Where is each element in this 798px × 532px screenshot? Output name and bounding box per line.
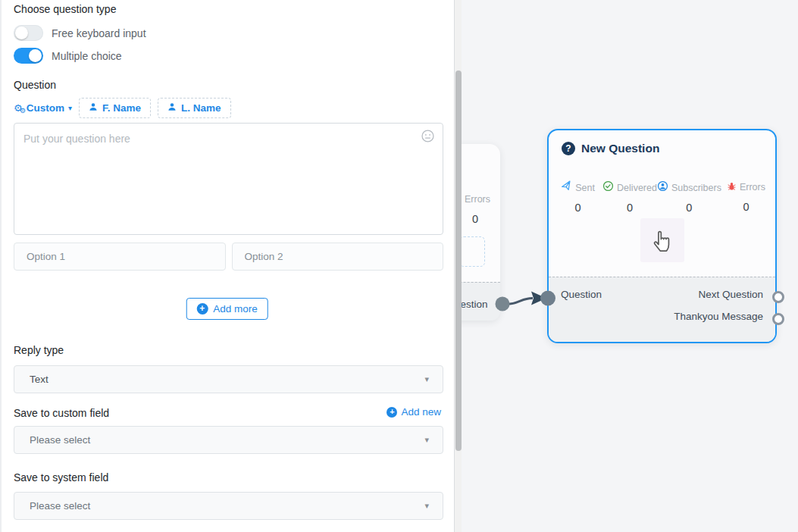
reply-type-select[interactable]: Text ▾ — [14, 365, 443, 393]
stat-sent: Sent 0 — [553, 180, 602, 214]
output-port-next-question[interactable] — [772, 291, 784, 303]
partial-node-errors-label: Errors — [465, 194, 490, 205]
subscribers-icon — [657, 180, 668, 195]
question-type-label: Choose question type — [14, 3, 116, 15]
save-system-field-select[interactable]: Please select ▾ — [14, 492, 443, 520]
panel-scrollbar[interactable] — [455, 0, 462, 532]
toggle-knob — [29, 49, 42, 62]
caret-down-icon: ▾ — [424, 374, 429, 384]
question-text-field-wrap — [14, 123, 443, 235]
first-name-merge-button[interactable]: F. Name — [79, 98, 151, 118]
partial-node-option-placeholder — [459, 236, 485, 267]
reply-type-label: Reply type — [14, 344, 64, 356]
node-title: New Question — [581, 142, 659, 155]
add-more-button[interactable]: + Add more — [186, 298, 268, 320]
save-custom-field-label: Save to custom field — [14, 407, 109, 419]
last-name-button-label: L. Name — [181, 102, 221, 114]
node-footer: Question Next Question Thankyou Message — [549, 277, 775, 342]
stat-sent-value: 0 — [575, 202, 581, 214]
add-new-label: Add new — [401, 406, 441, 418]
stat-delivered-value: 0 — [627, 202, 633, 214]
free-keyboard-toggle-row: Free keyboard input — [14, 25, 146, 41]
caret-down-icon: ▾ — [68, 104, 72, 112]
question-circle-icon: ? — [562, 142, 575, 155]
flow-builder-screen: Errors 0 uestion ? New Question — [0, 0, 798, 532]
gears-icon: ⚙⚙ — [14, 103, 23, 113]
input-port-label: Question — [561, 289, 602, 300]
user-icon — [167, 102, 177, 114]
question-text-input[interactable] — [14, 124, 443, 234]
multiple-choice-toggle-label: Multiple choice — [52, 50, 122, 62]
new-question-node[interactable]: ? New Question Sent 0 — [547, 129, 777, 343]
question-section-label: Question — [14, 79, 56, 91]
stat-delivered-label: Delivered — [617, 183, 657, 193]
plus-circle-icon: + — [386, 407, 397, 418]
multiple-choice-toggle-row: Multiple choice — [14, 48, 122, 64]
custom-button-label: Custom — [27, 102, 64, 114]
last-name-merge-button[interactable]: L. Name — [158, 98, 231, 118]
toggle-knob — [15, 27, 28, 39]
node-header: ? New Question — [562, 142, 659, 155]
plus-circle-icon: + — [196, 303, 208, 315]
answer-options-row — [14, 243, 443, 271]
bug-icon — [727, 180, 737, 194]
stat-subscribers-value: 0 — [686, 202, 692, 214]
first-name-button-label: F. Name — [102, 102, 141, 114]
multiple-choice-toggle[interactable] — [14, 48, 43, 64]
check-circle-icon — [602, 180, 614, 195]
output-port-label-next-question: Next Question — [698, 289, 763, 300]
output-port-label-thankyou: Thankyou Message — [674, 311, 763, 322]
free-keyboard-toggle[interactable] — [14, 25, 43, 41]
scrollbar-thumb[interactable] — [455, 70, 462, 451]
save-system-field-label: Save to system field — [14, 471, 108, 483]
stat-subscribers-label: Subscribers — [671, 183, 721, 193]
stat-delivered: Delivered 0 — [602, 180, 657, 214]
question-config-panel: Choose question type Free keyboard input… — [0, 0, 455, 532]
user-icon — [89, 102, 98, 114]
merge-field-row: ⚙⚙ Custom ▾ F. Name L. Name — [14, 96, 231, 119]
reply-type-value: Text — [30, 374, 424, 385]
system-field-value: Please select — [30, 500, 424, 512]
node-stats: Sent 0 Delivered 0 — [553, 180, 771, 214]
caret-down-icon: ▾ — [424, 501, 429, 511]
stat-errors-value: 0 — [743, 201, 749, 213]
emoji-picker-icon[interactable] — [421, 129, 435, 146]
custom-field-value: Please select — [30, 434, 424, 446]
option-1-input[interactable] — [14, 243, 226, 271]
option-2-input[interactable] — [232, 243, 444, 271]
stat-sent-label: Sent — [575, 183, 595, 193]
free-keyboard-toggle-label: Free keyboard input — [52, 27, 146, 39]
save-custom-field-select[interactable]: Please select ▾ — [14, 426, 443, 454]
stat-subscribers: Subscribers 0 — [657, 180, 721, 214]
add-new-custom-field-link[interactable]: + Add new — [386, 406, 441, 418]
stat-errors: Errors 0 — [721, 180, 771, 214]
custom-field-dropdown-button[interactable]: ⚙⚙ Custom ▾ — [14, 102, 72, 114]
send-icon — [561, 180, 572, 195]
hand-cursor — [640, 218, 684, 262]
caret-down-icon: ▾ — [424, 435, 429, 445]
add-more-label: Add more — [213, 303, 258, 315]
stat-errors-label: Errors — [740, 182, 765, 192]
output-port-thankyou-message[interactable] — [772, 313, 784, 325]
